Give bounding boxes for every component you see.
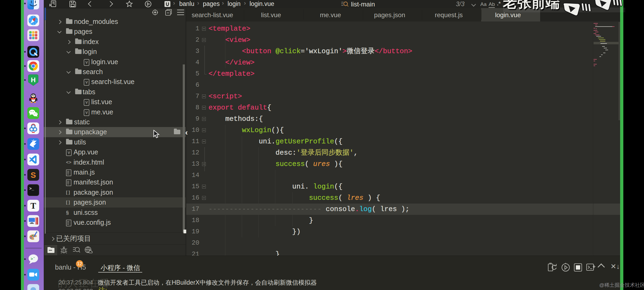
svg-text:H: H — [31, 76, 36, 84]
svg-text:>_: >_ — [29, 187, 34, 191]
svg-text:>ˇ: >ˇ — [31, 257, 35, 261]
svg-text:S: S — [31, 171, 36, 179]
svg-text:T: T — [30, 201, 36, 211]
